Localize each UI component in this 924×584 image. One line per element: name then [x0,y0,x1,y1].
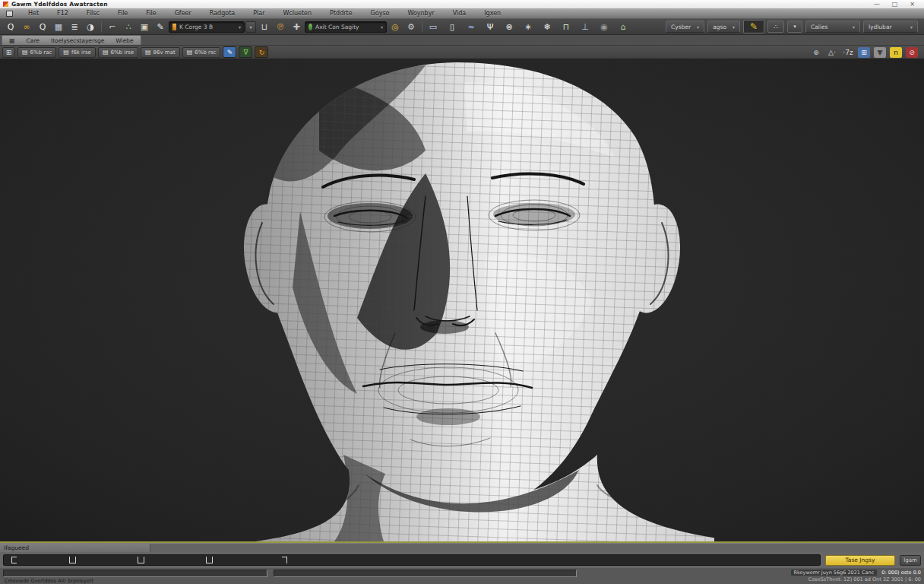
corner-select-icon[interactable]: ⌐ [105,21,120,33]
clamp-icon[interactable]: ⊔ [257,21,272,33]
knot-icon[interactable]: ⊗ [502,21,517,33]
half-circle-icon[interactable]: ◑ [83,21,98,33]
menu-item[interactable]: Plar [244,10,274,17]
layer-list-icon[interactable]: ≣ [67,21,82,33]
grid-toggle-button[interactable]: ⊞ [2,47,15,58]
reference-icon [309,24,312,30]
expand-chevron-button[interactable]: ▾ [787,21,802,33]
globe-search-icon[interactable]: ◉ [596,21,612,33]
grid-figures-icon[interactable]: ⊞ [858,47,870,58]
coordinate-readout: Rkeywemr Juyn 56g6 2021 Canc 0: 000) ost… [791,570,922,576]
funnel-icon[interactable]: ▼ [874,47,886,58]
menu-item[interactable]: Filsc [78,10,109,17]
selection-set-icon [172,24,176,30]
key-range-mark [11,557,17,563]
folder-ring-icon[interactable]: ◎ [388,21,403,33]
time-slider[interactable] [3,554,821,566]
menu-item[interactable]: Goyso [362,10,399,17]
menu-item[interactable]: Igxen [475,10,510,17]
document-button[interactable]: ▤ f6k irse [59,47,96,58]
flask-button[interactable]: ∇ [239,46,252,58]
workstation-icon[interactable]: ℗ [273,21,288,33]
statusbar-right: Rkeywemr Juyn 56g6 2021 Canc 0: 000) ost… [583,570,921,584]
percent-z-icon[interactable]: ·7z [842,47,854,58]
menu-item[interactable]: Woynbyr [398,10,443,17]
window-panel-icon[interactable]: ▦ [51,21,66,33]
combo-expand-button[interactable]: ▾ [245,21,256,33]
ribbon-tabs: ▦ CareItoelysecstayersgeWiebe [2,35,141,45]
ribbon-tab[interactable]: Care [27,37,40,44]
document-button[interactable]: ▤ 6%b rsc [182,47,221,58]
branch-icon[interactable]: ∗ [521,21,536,33]
paint-brush-button[interactable]: ✎ [743,20,764,33]
page-new-icon[interactable]: ▭ [426,21,441,33]
chevron-down-icon: ▾ [910,24,913,30]
chevron-down-icon: ▾ [697,24,699,30]
selection-set-combo[interactable]: K Corge 3 B ▾ [169,21,245,33]
dropdown-cysber[interactable]: Cysber▾ [666,21,704,33]
window-controls: — □ ✕ [874,2,921,8]
secondary-toolbar-right: ⊕△··7z⊞▼n⊘ [810,47,922,58]
zoom-magnifier-icon[interactable]: Q [35,21,50,33]
record-icon[interactable]: ⊘ [906,47,918,58]
ribbon-tab[interactable]: Itoelysecstayersge [51,37,104,44]
pillar-icon[interactable]: ▯ [445,21,460,33]
document-button[interactable]: ▤ 6%b irse [98,47,138,58]
desk-icon[interactable]: ⊥ [578,21,593,33]
pencil-icon[interactable]: ✎ [153,21,168,33]
close-button[interactable]: ✕ [910,2,915,8]
secondary-toolbar: ⊞ ▤ 6%b rac ▤ f6k irse ▤ 6%b irse ▤ 86v … [0,46,924,59]
ribbon-tabstrip: ▦ CareItoelysecstayersgeWiebe [0,35,924,46]
menu-item[interactable]: F12 [48,10,78,17]
figures-icon[interactable]: Ψ [483,21,498,33]
auto-key-button[interactable]: Tase Jngsy [825,555,895,566]
minimize-button[interactable]: — [874,2,880,8]
chair-icon[interactable]: ⊓ [559,21,574,33]
select-magnifier-icon[interactable]: Q [3,21,18,33]
maximize-button[interactable]: □ [892,2,898,8]
menu-item[interactable]: Vida [444,10,476,17]
status-line-field[interactable] [274,570,577,577]
statusbar: Cmeewde Gvertddes A© brpnleyert Rkeywemr… [0,568,924,584]
menu-item[interactable]: Radgota [201,10,244,17]
window-title: Gawm Ydelfddos Awatracten [11,1,108,8]
document-button[interactable]: ▤ 6%b rac [17,47,56,58]
timeline-tab[interactable]: Ifagueed [0,544,150,552]
reference-coordinate-combo[interactable]: Axit Con Sagity ▾ [305,21,387,33]
titlebar: Gawm Ydelfddos Awatracten — □ ✕ [0,0,924,8]
link-chain-icon[interactable]: ∞ [19,21,34,33]
gears-icon[interactable]: ⚙ [403,21,419,33]
listener-field[interactable] [3,570,267,577]
go-to-end-button[interactable]: lgam [900,555,921,566]
scatter-points-icon[interactable]: ∴ [121,21,136,33]
menu-item[interactable]: Wclueten [274,10,321,17]
building-flag-icon[interactable]: ⌂ [615,21,631,33]
viewport-3d[interactable] [0,59,924,543]
menu-item[interactable]: Het [19,10,48,17]
menu-item[interactable]: File [137,10,165,17]
chevron-down-icon: ▾ [733,24,735,30]
selection-status-text: Rkeywemr Juyn 56g6 2021 Canc [791,570,878,576]
options-dots-button[interactable]: ∴ [767,21,784,33]
menu-window-icon[interactable] [6,11,13,17]
loop-button[interactable]: ↻ [255,46,268,58]
dropdown-agso[interactable]: agso▾ [707,21,740,33]
dropdown-calies[interactable]: Calies▾ [805,21,860,33]
menu-item[interactable]: Ptddrte [321,10,361,17]
transform-cross-icon[interactable]: ✚ [289,21,304,33]
n-key-icon[interactable]: n [890,47,902,58]
triangle-dot-icon[interactable]: △· [826,47,838,58]
dropdown-lydlubar[interactable]: lydlubar▾ [863,21,918,33]
document-button[interactable]: ▤ 86v mat [141,47,180,58]
curve-icon[interactable]: ≈ [464,21,479,33]
menu-item[interactable]: File [109,10,137,17]
chevron-down-icon: ▾ [239,24,241,30]
sphere-wire-icon[interactable]: ⊕ [810,47,822,58]
edit-box-icon[interactable]: ▣ [137,21,152,33]
ribbon-tab[interactable]: Wiebe [115,37,133,44]
menu-item[interactable]: Gfeer [166,10,201,17]
snowflake-icon[interactable]: ❄ [540,21,555,33]
chevron-down-icon: ▾ [381,24,383,30]
paint-select-button[interactable]: ✎ [223,46,236,58]
key-range-mark [69,557,76,563]
